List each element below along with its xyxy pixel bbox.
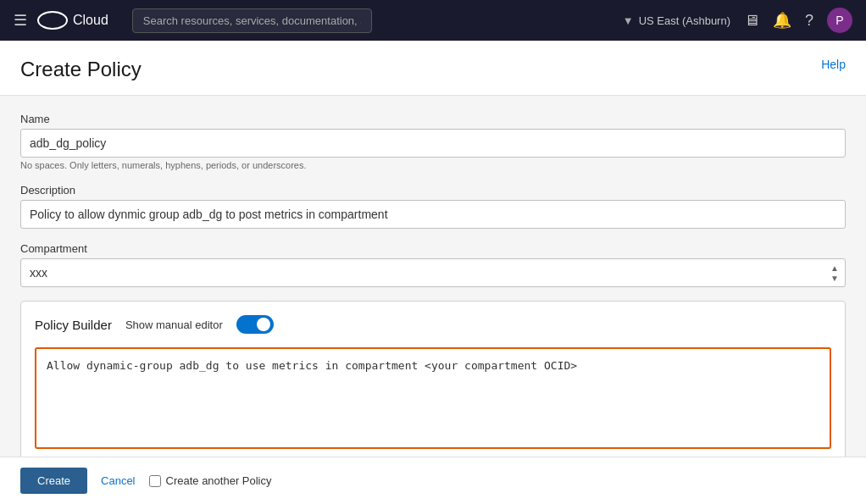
description-input[interactable] xyxy=(20,200,846,229)
name-field-group: Name No spaces. Only letters, numerals, … xyxy=(20,113,846,170)
page-footer: Create Cancel Create another Policy xyxy=(0,457,866,504)
create-another-wrapper: Create another Policy xyxy=(149,474,272,487)
policy-editor-box[interactable]: Allow dynamic-group adb_dg to use metric… xyxy=(35,347,831,449)
description-label: Description xyxy=(20,184,846,197)
compartment-select[interactable]: xxx xyxy=(20,258,846,287)
compartment-label: Compartment xyxy=(20,242,846,255)
toggle-slider xyxy=(236,315,274,334)
region-arrow-icon: ▼ xyxy=(623,14,634,27)
region-selector[interactable]: ▼ US East (Ashburn) xyxy=(623,14,730,27)
compartment-select-wrapper: xxx ▲ ▼ xyxy=(20,258,846,287)
page-title: Create Policy xyxy=(20,58,142,81)
top-navigation: ☰ Cloud ▼ US East (Ashburn) 🖥 🔔 ? P xyxy=(0,0,866,41)
name-hint: No spaces. Only letters, numerals, hyphe… xyxy=(20,160,846,170)
search-input[interactable] xyxy=(132,8,372,33)
create-another-label: Create another Policy xyxy=(166,474,272,487)
policy-builder-title: Policy Builder xyxy=(35,318,112,332)
policy-editor-text: Allow dynamic-group adb_dg to use metric… xyxy=(47,357,819,374)
cloud-label: Cloud xyxy=(73,13,108,28)
hamburger-menu[interactable]: ☰ xyxy=(14,11,27,30)
cancel-button[interactable]: Cancel xyxy=(97,468,138,494)
main-content: Create Policy Help Name No spaces. Only … xyxy=(0,41,866,504)
create-button[interactable]: Create xyxy=(20,468,87,494)
region-label: US East (Ashburn) xyxy=(639,14,730,27)
nav-icon-group: 🖥 🔔 ? P xyxy=(744,8,852,33)
oracle-logo-oval xyxy=(37,11,68,30)
logo: Cloud xyxy=(37,11,108,30)
manual-editor-toggle[interactable] xyxy=(236,315,274,334)
description-field-group: Description xyxy=(20,184,846,229)
page-header: Create Policy Help xyxy=(0,41,866,96)
form-area: Name No spaces. Only letters, numerals, … xyxy=(0,96,866,480)
name-label: Name xyxy=(20,113,846,125)
monitor-icon[interactable]: 🖥 xyxy=(744,12,759,30)
create-another-checkbox[interactable] xyxy=(149,475,161,487)
help-icon[interactable]: ? xyxy=(805,12,813,30)
toggle-label: Show manual editor xyxy=(125,318,223,331)
name-input[interactable] xyxy=(20,129,846,158)
policy-builder-header: Policy Builder Show manual editor xyxy=(35,315,831,334)
search-bar[interactable] xyxy=(132,8,372,33)
compartment-field-group: Compartment xxx ▲ ▼ xyxy=(20,242,846,287)
help-link[interactable]: Help xyxy=(821,58,846,71)
bell-icon[interactable]: 🔔 xyxy=(773,11,791,30)
avatar[interactable]: P xyxy=(827,8,852,33)
policy-builder-section: Policy Builder Show manual editor Allow … xyxy=(20,301,846,463)
